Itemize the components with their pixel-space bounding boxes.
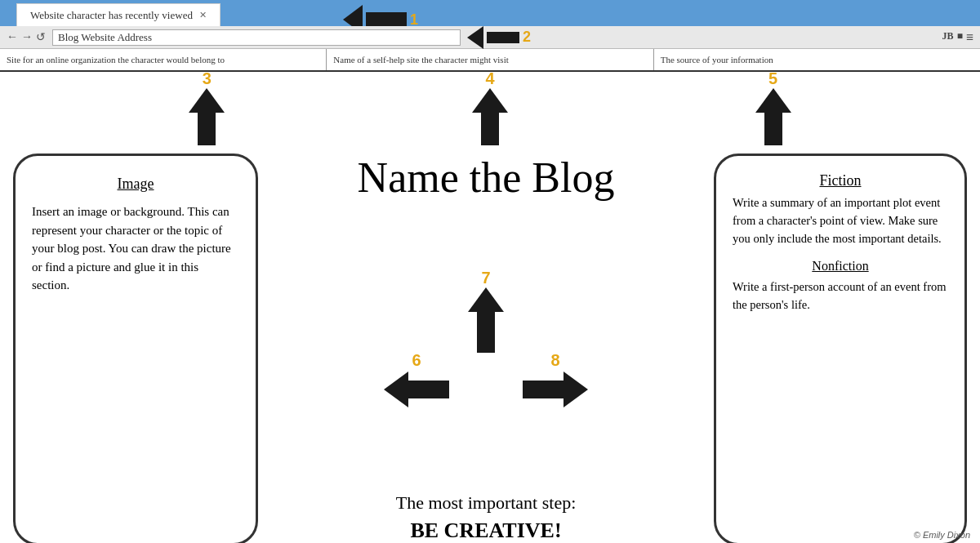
arrow3-head [189,88,225,113]
arrow8-group: 8 [523,351,588,407]
tab-label: Website character has recently viewed [30,9,193,22]
center-bottom-text: The most important step: BE CREATIVE! [396,491,577,543]
blog-title: Name the Blog [358,154,615,202]
arrow5-head [755,88,791,113]
browser-icon1: JB [942,30,954,45]
arrow8-label: 8 [550,351,559,370]
arrow6-label: 6 [412,351,421,370]
arrow8-shaft [523,381,564,398]
arrow7-head [468,287,504,312]
browser-tab[interactable]: Website character has recently viewed ✕ [16,3,220,26]
arrows-row: 3 4 5 [0,72,980,145]
arrow6-head [384,372,408,407]
arrow2-label: 2 [523,29,531,46]
arrow7-shaft [477,312,495,353]
forward-button[interactable]: → [21,30,33,44]
arrow7-label: 7 [481,269,490,287]
arrow3-shaft [198,113,216,145]
nonfiction-title: Nonfiction [733,259,948,274]
browser-icon3: ≡ [966,30,973,45]
address-bar[interactable]: Blog Website Address [52,29,461,46]
arrow1-shaft [366,12,407,27]
arrow2-shaft [487,32,519,43]
browser-icons: JB ■ ≡ [942,30,973,45]
arrow4-label: 4 [485,69,494,88]
left-panel-title: Image [32,176,239,193]
arrow6-shaft [408,381,449,398]
bottom-text-line1: The most important step: [396,491,577,516]
arrow3: 3 [189,69,225,145]
arrow6-group: 6 [384,351,449,407]
bookmarks-bar: Site for an online organization the char… [0,49,980,72]
refresh-button[interactable]: ↺ [36,30,46,44]
bottom-text-line2: BE CREATIVE! [396,516,577,543]
nonfiction-text: Write a first-person account of an event… [733,278,948,314]
left-panel-body: Insert an image or background. This can … [32,203,239,295]
arrows-lr-row: 6 8 [384,351,588,407]
arrow4-shaft [481,113,499,145]
main-content: 3 4 5 Image Insert an image or backgroun… [0,72,980,543]
bookmark3: The source of your information [654,49,980,70]
tab-close-icon[interactable]: ✕ [199,10,207,20]
fiction-text: Write a summary of an important plot eve… [733,194,948,247]
bookmark1[interactable]: Site for an online organization the char… [0,49,327,70]
arrow4-head [472,88,508,113]
browser-chrome: Website character has recently viewed ✕ … [0,0,980,65]
panels-row: Image Insert an image or background. Thi… [0,154,980,543]
arrow5-shaft [764,113,782,145]
arrow5: 5 [755,69,791,145]
copyright: © Emily Dixon [914,530,970,540]
fiction-title: Fiction [733,172,948,189]
browser-icon2: ■ [957,30,963,45]
address-bar-row: ← → ↺ Blog Website Address 2 JB ■ ≡ [0,26,980,49]
back-button[interactable]: ← [7,30,18,44]
arrow6 [384,372,449,407]
arrow2-head [467,26,483,49]
arrow2-container: 2 [467,26,531,49]
address-text: Blog Website Address [58,31,152,44]
center-arrows-group: 7 6 [384,269,588,407]
arrow7: 7 [468,269,504,353]
arrow8 [523,372,588,407]
nav-buttons: ← → ↺ [7,30,46,44]
left-panel: Image Insert an image or background. Thi… [13,154,258,543]
arrow3-label: 3 [203,69,212,88]
center-panel: Name the Blog 7 6 [271,154,701,543]
tab-bar: Website character has recently viewed ✕ … [0,0,980,26]
right-panel: Fiction Write a summary of an important … [714,154,967,543]
arrow5-label: 5 [768,69,777,88]
arrow4: 4 [472,69,508,145]
bookmark2[interactable]: Name of a self-help site the character m… [327,49,653,70]
arrow8-head [564,372,588,407]
